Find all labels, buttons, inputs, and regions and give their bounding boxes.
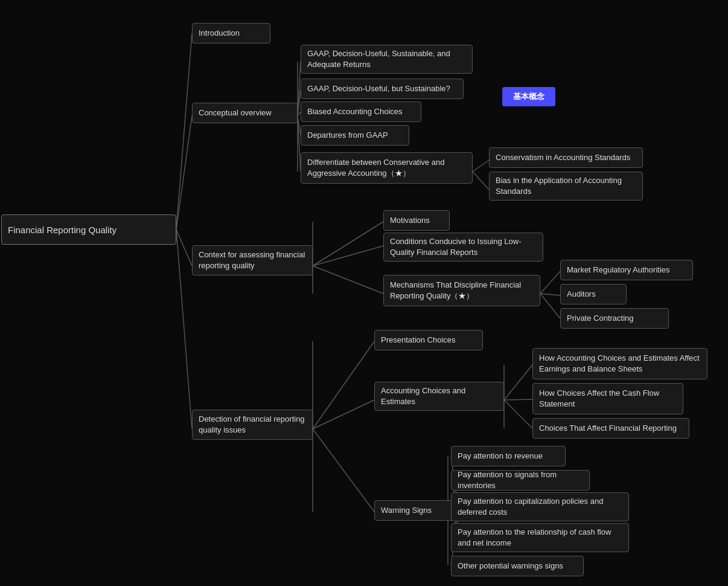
how-accounting-node: How Accounting Choices and Estimates Aff… bbox=[532, 348, 707, 379]
svg-line-1 bbox=[176, 116, 192, 230]
conservatism-node: Conservatism in Accounting Standards bbox=[489, 147, 643, 168]
conditions-node: Conditions Conducive to Issuing Low-Qual… bbox=[383, 233, 543, 262]
conditions-label: Conditions Conducive to Issuing Low-Qual… bbox=[390, 236, 537, 258]
svg-line-11 bbox=[473, 172, 489, 190]
choices-affect-node: Choices That Affect Financial Reporting bbox=[532, 418, 689, 439]
revenue-label: Pay attention to revenue bbox=[458, 451, 543, 462]
choices-affect-label: Choices That Affect Financial Reporting bbox=[539, 423, 677, 434]
introduction-label: Introduction bbox=[199, 28, 240, 39]
mind-map: Financial Reporting Quality Introduction… bbox=[0, 0, 728, 586]
svg-line-12 bbox=[313, 222, 383, 266]
root-label: Financial Reporting Quality bbox=[8, 224, 117, 236]
conceptual-overview-node: Conceptual overview bbox=[192, 103, 298, 123]
gaap1-label: GAAP, Decision-Useful, Sustainable, and … bbox=[307, 48, 466, 70]
cashflow-node: Pay attention to the relationship of cas… bbox=[451, 523, 629, 552]
departures-label: Departures from GAAP bbox=[307, 130, 388, 141]
svg-line-14 bbox=[313, 266, 383, 294]
svg-line-21 bbox=[504, 365, 532, 400]
mechanisms-label: Mechanisms That Discipline Financial Rep… bbox=[390, 280, 534, 301]
differentiate-node: Differentiate between Conservative and A… bbox=[301, 152, 473, 184]
badge-label: 基本概念 bbox=[513, 91, 544, 102]
gaap2-node: GAAP, Decision-Useful, but Sustainable? bbox=[301, 79, 464, 99]
badge-node: 基本概念 bbox=[502, 87, 555, 106]
how-choices-label: How Choices Affect the Cash Flow Stateme… bbox=[539, 388, 677, 410]
auditors-label: Auditors bbox=[567, 289, 596, 300]
svg-line-15 bbox=[540, 271, 560, 294]
svg-line-18 bbox=[313, 341, 374, 429]
market-reg-label: Market Regulatory Authorities bbox=[567, 265, 670, 275]
capitalization-label: Pay attention to capitalization policies… bbox=[458, 496, 622, 518]
svg-line-0 bbox=[176, 33, 192, 230]
detection-node: Detection of financial reporting quality… bbox=[192, 410, 313, 440]
other-label: Other potential warnings signs bbox=[458, 561, 563, 572]
context-node: Context for assessing financial reportin… bbox=[192, 245, 313, 275]
how-accounting-label: How Accounting Choices and Estimates Aff… bbox=[539, 353, 701, 375]
market-reg-node: Market Regulatory Authorities bbox=[560, 260, 693, 280]
inventories-label: Pay attention to signals from inventorie… bbox=[458, 469, 583, 491]
svg-line-23 bbox=[504, 400, 532, 428]
mechanisms-node: Mechanisms That Discipline Financial Rep… bbox=[383, 275, 540, 306]
biased-node: Biased Accounting Choices bbox=[301, 101, 421, 122]
biased-label: Biased Accounting Choices bbox=[307, 106, 403, 117]
svg-line-16 bbox=[540, 294, 560, 295]
svg-line-13 bbox=[313, 246, 383, 266]
gaap1-node: GAAP, Decision-Useful, Sustainable, and … bbox=[301, 45, 473, 74]
svg-line-3 bbox=[176, 230, 192, 429]
svg-line-19 bbox=[313, 400, 374, 429]
departures-node: Departures from GAAP bbox=[301, 125, 409, 146]
svg-line-20 bbox=[313, 429, 374, 512]
bias-app-label: Bias in the Application of Accounting St… bbox=[496, 175, 636, 197]
revenue-node: Pay attention to revenue bbox=[451, 446, 566, 466]
svg-line-10 bbox=[473, 160, 489, 172]
auditors-node: Auditors bbox=[560, 284, 627, 304]
motivations-label: Motivations bbox=[390, 215, 430, 226]
accounting-choices-node: Accounting Choices and Estimates bbox=[374, 382, 504, 411]
presentation-node: Presentation Choices bbox=[374, 330, 483, 350]
svg-line-17 bbox=[540, 294, 560, 318]
conceptual-overview-label: Conceptual overview bbox=[199, 108, 272, 118]
introduction-node: Introduction bbox=[192, 23, 270, 43]
how-choices-node: How Choices Affect the Cash Flow Stateme… bbox=[532, 383, 683, 414]
root-node: Financial Reporting Quality bbox=[1, 214, 176, 245]
other-node: Other potential warnings signs bbox=[451, 556, 584, 576]
detection-label: Detection of financial reporting quality… bbox=[199, 414, 306, 436]
presentation-label: Presentation Choices bbox=[381, 335, 456, 346]
warning-signs-label: Warning Signs bbox=[381, 505, 432, 516]
motivations-node: Motivations bbox=[383, 210, 450, 231]
accounting-choices-label: Accounting Choices and Estimates bbox=[381, 385, 497, 407]
svg-line-22 bbox=[504, 399, 532, 400]
private-node: Private Contracting bbox=[560, 308, 669, 329]
private-label: Private Contracting bbox=[567, 313, 634, 324]
inventories-node: Pay attention to signals from inventorie… bbox=[451, 470, 590, 491]
warning-signs-node: Warning Signs bbox=[374, 500, 459, 521]
cashflow-label: Pay attention to the relationship of cas… bbox=[458, 527, 622, 549]
capitalization-node: Pay attention to capitalization policies… bbox=[451, 492, 629, 521]
gaap2-label: GAAP, Decision-Useful, but Sustainable? bbox=[307, 83, 450, 94]
svg-line-2 bbox=[176, 230, 192, 266]
bias-app-node: Bias in the Application of Accounting St… bbox=[489, 172, 643, 201]
conservatism-label: Conservatism in Accounting Standards bbox=[496, 152, 630, 163]
context-label: Context for assessing financial reportin… bbox=[199, 250, 306, 271]
differentiate-label: Differentiate between Conservative and A… bbox=[307, 157, 466, 179]
